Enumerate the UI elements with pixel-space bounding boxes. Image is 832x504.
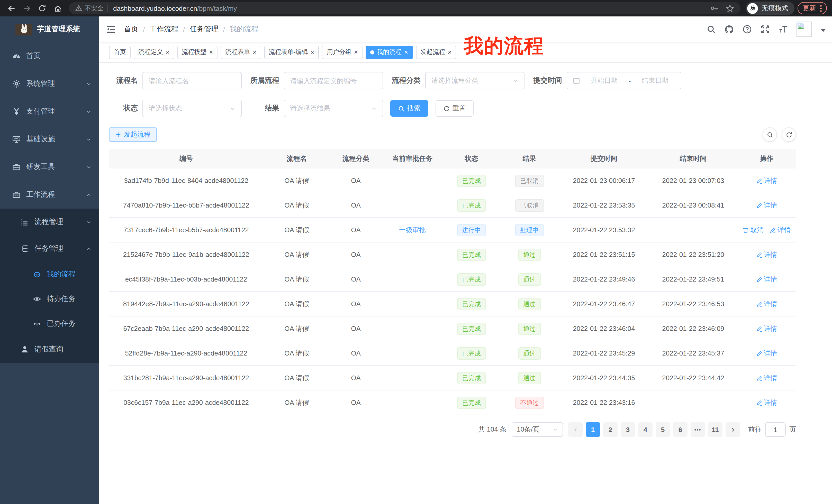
page-button[interactable]: 4 [638, 422, 653, 437]
status-select[interactable]: 请选择状态 [142, 100, 242, 117]
sidebar-item-leave-query[interactable]: 请假查询 [0, 336, 99, 363]
sidebar-item-label: 流程管理 [34, 217, 63, 227]
page-button[interactable]: 3 [621, 422, 635, 437]
sidebar-item-todo-tasks[interactable]: 待办任务 [0, 287, 99, 311]
tab-my-process[interactable]: 我的流程 [366, 46, 413, 59]
page-button[interactable]: 11 [708, 422, 723, 437]
prev-page-button[interactable] [568, 422, 582, 437]
detail-link[interactable]: 详情 [770, 225, 791, 234]
detail-link[interactable]: 详情 [756, 373, 777, 383]
help-icon[interactable] [743, 25, 752, 34]
sidebar-item-task-management[interactable]: 任务管理 [0, 235, 99, 262]
detail-link[interactable]: 详情 [756, 348, 777, 358]
sidebar-item-payment[interactable]: 支付管理 [0, 97, 99, 125]
submit-time-range-picker[interactable]: 开始日期 - 结束日期 [567, 72, 681, 89]
page-button[interactable]: 5 [656, 422, 670, 437]
detail-link[interactable]: 详情 [756, 299, 777, 309]
avatar[interactable] [797, 22, 812, 37]
close-icon[interactable] [209, 49, 213, 56]
sidebar-item-done-tasks[interactable]: 已办任务 [0, 311, 99, 336]
list-icon [21, 218, 29, 226]
filter-row-2: 状态 请选择状态 结果 请选择流结果 搜索 [109, 100, 822, 117]
user-icon [21, 345, 29, 354]
result-select[interactable]: 请选择流结果 [284, 100, 383, 117]
sidebar-item-infrastructure[interactable]: 基础设施 [0, 125, 99, 153]
sidebar-item-system[interactable]: 系统管理 [0, 70, 99, 97]
yen-icon [12, 107, 21, 116]
chevron-down-icon [86, 109, 92, 114]
sidebar-item-workflow[interactable]: 工作流程 [0, 181, 99, 208]
detail-link[interactable]: 详情 [756, 250, 777, 259]
browser-menu-icon[interactable] [820, 5, 822, 11]
breadcrumb-workflow[interactable]: 工作流程 [150, 25, 178, 34]
close-icon[interactable] [253, 49, 256, 56]
process-name-input[interactable] [142, 72, 242, 89]
tab-user-group[interactable]: 用户分组 [322, 46, 363, 59]
close-icon[interactable] [404, 49, 408, 56]
chevron-down-icon [371, 106, 377, 111]
security-label[interactable]: 不安全 [85, 4, 103, 12]
pager: 1 2 3 4 5 6 ••• 11 [568, 422, 740, 437]
sidebar-item-process-management[interactable]: 流程管理 [0, 208, 99, 235]
goto-page-input[interactable] [765, 422, 786, 437]
tab-start-process[interactable]: 发起流程 [416, 46, 456, 59]
table-toolbar: 发起流程 [109, 128, 796, 142]
end-date-placeholder[interactable]: 结束日期 [635, 76, 675, 85]
browser-update-button[interactable]: 更新 [798, 2, 827, 15]
tab-process-form[interactable]: 流程表单 [220, 46, 261, 59]
hamburger-icon[interactable] [106, 24, 116, 34]
tab-process-definition[interactable]: 流程定义 [134, 46, 174, 59]
chevron-down-icon[interactable] [821, 29, 826, 32]
page-button[interactable]: 2 [603, 422, 618, 437]
sidebar-item-label: 系统管理 [26, 79, 55, 88]
category-select[interactable]: 请选择流程分类 [425, 72, 524, 89]
reset-button[interactable]: 重置 [436, 100, 474, 117]
detail-link[interactable]: 详情 [756, 201, 777, 210]
page-size-select[interactable]: 10条/页 [512, 422, 563, 437]
start-date-placeholder[interactable]: 开始日期 [584, 76, 625, 85]
page-button[interactable]: 1 [586, 422, 600, 437]
process-definition-input[interactable] [284, 72, 383, 89]
close-icon[interactable] [311, 49, 314, 56]
sidebar-item-devtools[interactable]: 研发工具 [0, 153, 99, 181]
page-button[interactable]: 6 [673, 422, 687, 437]
search-button[interactable]: 搜索 [390, 100, 428, 117]
cancel-link[interactable]: 取消 [743, 225, 763, 234]
bookmark-star-icon[interactable] [726, 4, 734, 12]
col-header: 编号 [109, 154, 263, 163]
more-pages-button[interactable]: ••• [691, 422, 705, 437]
detail-link[interactable]: 详情 [756, 275, 777, 284]
github-icon[interactable] [725, 25, 734, 34]
detail-link[interactable]: 详情 [756, 324, 777, 333]
show-search-button[interactable] [762, 128, 777, 142]
tab-home[interactable]: 首页 [109, 46, 131, 59]
forward-button[interactable] [21, 2, 33, 15]
close-icon[interactable] [448, 49, 451, 56]
search-icon[interactable] [706, 25, 716, 34]
pagination: 共 104 条 10条/页 1 2 3 4 5 6 ••• 11 [109, 422, 796, 452]
result-badge: 通过 [518, 323, 541, 335]
current-task-link[interactable]: 一级审批 [399, 225, 426, 234]
sidebar-item-my-process[interactable]: 我的流程 [0, 262, 99, 287]
result-badge: 已取消 [515, 174, 544, 187]
home-button[interactable] [51, 2, 64, 15]
font-size-icon[interactable] [779, 25, 788, 34]
breadcrumb-home[interactable]: 首页 [124, 25, 138, 34]
password-key-icon[interactable] [710, 4, 718, 12]
refresh-table-button[interactable] [782, 128, 796, 142]
address-bar[interactable]: 不安全 dashboard.yudao.iocoder.cn /bpm/task… [69, 2, 740, 15]
sidebar-item-home[interactable]: 首页 [0, 42, 99, 70]
tab-process-model[interactable]: 流程模型 [177, 46, 217, 59]
close-icon[interactable] [165, 49, 170, 56]
breadcrumb-task-management[interactable]: 任务管理 [190, 25, 218, 34]
fullscreen-icon[interactable] [760, 25, 770, 34]
start-process-button[interactable]: 发起流程 [109, 128, 157, 142]
detail-link[interactable]: 详情 [756, 398, 777, 407]
back-button[interactable] [5, 2, 18, 15]
reload-button[interactable] [36, 2, 48, 15]
tab-process-form-edit[interactable]: 流程表单-编辑 [264, 46, 319, 59]
close-icon[interactable] [354, 49, 358, 56]
status-badge: 已完成 [457, 396, 486, 409]
detail-link[interactable]: 详情 [756, 176, 777, 185]
next-page-button[interactable] [726, 422, 740, 437]
